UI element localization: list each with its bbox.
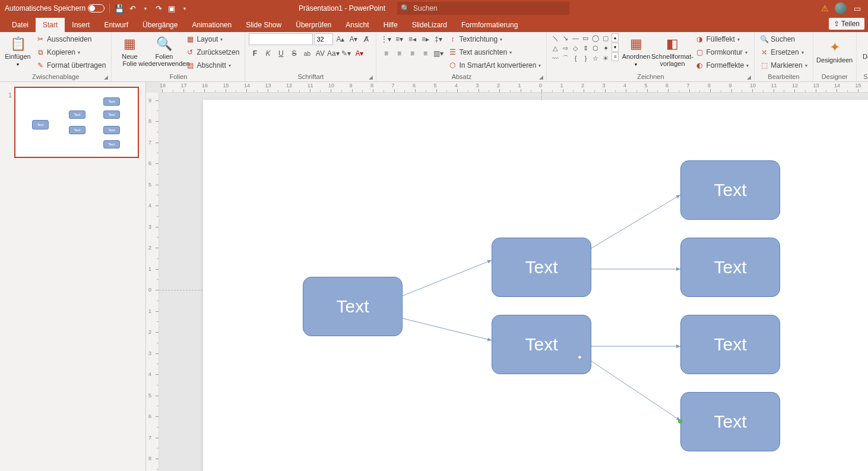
share-button[interactable]: ⇪Teilen bbox=[829, 18, 864, 30]
shape-arrow-icon[interactable]: ↘ bbox=[560, 33, 570, 43]
present-from-start-icon[interactable]: ▣ bbox=[167, 4, 176, 13]
shape-mid-2[interactable]: Text bbox=[492, 315, 591, 374]
text-direction-button[interactable]: ↕Textrichtung▾ bbox=[446, 33, 543, 45]
align-right-button[interactable]: ≡ bbox=[406, 48, 418, 59]
align-text-button[interactable]: ☰Text ausrichten▾ bbox=[446, 46, 543, 58]
tab-start[interactable]: Start bbox=[36, 18, 65, 32]
underline-button[interactable]: U bbox=[275, 48, 287, 59]
tab-ansicht[interactable]: Ansicht bbox=[338, 18, 376, 32]
font-size-combo[interactable] bbox=[314, 33, 333, 45]
font-color-button[interactable]: A▾ bbox=[353, 48, 365, 59]
slide-thumbnail-panel[interactable]: 1 Text Text Text Text Text Text Text bbox=[0, 82, 146, 471]
shape-callout-icon[interactable]: ✦ bbox=[601, 43, 610, 53]
tab-formformatierung[interactable]: Formformatierung bbox=[454, 18, 525, 32]
shape-hex-icon[interactable]: ⬡ bbox=[591, 43, 600, 53]
tab-datei[interactable]: Datei bbox=[5, 18, 36, 32]
align-left-button[interactable]: ≡ bbox=[380, 48, 392, 59]
autosave-toggle[interactable]: Automatisches Speichern bbox=[5, 4, 104, 12]
reset-button[interactable]: ↺Zurücksetzen bbox=[184, 46, 241, 58]
shape-triangle-icon[interactable]: △ bbox=[550, 43, 560, 53]
paragraph-dialog-launcher[interactable]: ◢ bbox=[539, 74, 545, 80]
shape-leaf-4[interactable]: Text bbox=[680, 392, 780, 451]
tab-insert[interactable]: Insert bbox=[65, 18, 97, 32]
shape-brace-l-icon[interactable]: { bbox=[571, 53, 580, 63]
smartart-convert-button[interactable]: ⬡In SmartArt konvertieren▾ bbox=[446, 59, 543, 71]
save-icon[interactable]: 💾 bbox=[115, 4, 124, 13]
slide-thumbnail-1[interactable]: Text Text Text Text Text Text Text bbox=[14, 87, 139, 158]
undo-dropdown-icon[interactable]: ▾ bbox=[141, 4, 150, 13]
shape-curve-icon[interactable]: 〰 bbox=[550, 53, 560, 63]
dictate-button[interactable]: 🎤 Diktieren ▾ bbox=[860, 33, 868, 70]
shape-rect-icon[interactable]: ▭ bbox=[581, 33, 590, 43]
arrange-button[interactable]: ▦ Anordnen ▾ bbox=[621, 33, 651, 70]
clear-format-button[interactable]: A̸ bbox=[360, 33, 372, 45]
qat-more-icon[interactable]: ▾ bbox=[180, 4, 189, 13]
bold-button[interactable]: F bbox=[249, 48, 261, 59]
search-input[interactable] bbox=[413, 4, 566, 12]
clipboard-dialog-launcher[interactable]: ◢ bbox=[104, 74, 110, 80]
align-center-button[interactable]: ≡ bbox=[393, 48, 405, 59]
tab-animationen[interactable]: Animationen bbox=[185, 18, 239, 32]
shape-leaf-1[interactable]: Text bbox=[680, 160, 780, 220]
shape-rightarrow-icon[interactable]: ⇨ bbox=[560, 43, 570, 53]
shape-oval-icon[interactable]: ◯ bbox=[591, 33, 600, 43]
font-family-combo[interactable] bbox=[249, 33, 313, 45]
tab-uebergaenge[interactable]: Übergänge bbox=[135, 18, 185, 32]
select-button[interactable]: ⬚Markieren▾ bbox=[758, 59, 809, 71]
search-box[interactable]: 🔍 bbox=[397, 2, 569, 15]
shape-leaf-2[interactable]: Text bbox=[680, 238, 780, 297]
reuse-slides-button[interactable]: 🔍 Folien wiederverwenden bbox=[146, 33, 182, 70]
shape-root[interactable]: Text bbox=[303, 277, 403, 336]
tab-slideshow[interactable]: Slide Show bbox=[239, 18, 289, 32]
connector-handle-end[interactable] bbox=[678, 419, 682, 423]
autosave-switch-icon[interactable] bbox=[88, 4, 104, 12]
shape-line2-icon[interactable]: — bbox=[571, 33, 580, 43]
char-spacing-button[interactable]: AV bbox=[314, 48, 326, 59]
shape-star-icon[interactable]: ☆ bbox=[591, 53, 600, 63]
shape-arc-icon[interactable]: ⌒ bbox=[560, 53, 570, 63]
undo-icon[interactable]: ↶ bbox=[128, 4, 137, 13]
columns-button[interactable]: ▥▾ bbox=[432, 48, 444, 59]
horizontal-ruler[interactable]: 1817161514131211109876543210123456789101… bbox=[161, 82, 868, 93]
cut-button[interactable]: ✂Ausschneiden bbox=[34, 33, 107, 45]
connector-handle-start[interactable] bbox=[578, 355, 582, 359]
drawing-dialog-launcher[interactable]: ◢ bbox=[747, 74, 753, 80]
find-button[interactable]: 🔍Suchen bbox=[758, 33, 809, 45]
shadow-button[interactable]: ab bbox=[301, 48, 313, 59]
highlight-button[interactable]: ✎▾ bbox=[340, 48, 352, 59]
copy-button[interactable]: ⧉Kopieren▾ bbox=[34, 46, 107, 58]
shape-effects-button[interactable]: ◐Formeffekte▾ bbox=[693, 59, 750, 71]
shape-brace-r-icon[interactable]: } bbox=[581, 53, 590, 63]
gallery-up-button[interactable]: ▴ bbox=[612, 33, 619, 42]
shrink-font-button[interactable]: A▾ bbox=[347, 33, 359, 45]
italic-button[interactable]: K bbox=[262, 48, 274, 59]
shape-updown-icon[interactable]: ⇕ bbox=[581, 43, 590, 53]
change-case-button[interactable]: Aa▾ bbox=[327, 48, 339, 59]
increase-indent-button[interactable]: ≡▸ bbox=[419, 33, 431, 45]
tab-ueberpruefen[interactable]: Überprüfen bbox=[289, 18, 338, 32]
shape-sun-icon[interactable]: ☀ bbox=[601, 53, 610, 63]
shape-roundrect-icon[interactable]: ▢ bbox=[601, 33, 610, 43]
decrease-indent-button[interactable]: ≡◂ bbox=[406, 33, 418, 45]
tab-entwurf[interactable]: Entwurf bbox=[97, 18, 135, 32]
format-painter-button[interactable]: ✎Format übertragen bbox=[34, 59, 107, 71]
shape-leaf-3[interactable]: Text bbox=[680, 315, 780, 374]
tab-slidelizard[interactable]: SlideLizard bbox=[405, 18, 454, 32]
tab-hilfe[interactable]: Hilfe bbox=[376, 18, 405, 32]
numbering-button[interactable]: ≡▾ bbox=[393, 33, 405, 45]
slide-canvas[interactable]: Text Text Text Text Text Text Text bbox=[203, 100, 868, 471]
quick-styles-button[interactable]: ◧ Schnellformat-vorlagen bbox=[653, 33, 691, 70]
layout-button[interactable]: ▦Layout▾ bbox=[184, 33, 241, 45]
grow-font-button[interactable]: A▴ bbox=[334, 33, 346, 45]
line-spacing-button[interactable]: ‡▾ bbox=[432, 33, 444, 45]
slide-editor[interactable]: 1817161514131211109876543210123456789101… bbox=[146, 82, 868, 471]
shape-gallery[interactable]: ＼ ↘ — ▭ ◯ ▢ △ ⇨ ◇ ⇕ ⬡ ✦ 〰 ⌒ { } ☆ bbox=[550, 33, 610, 63]
justify-button[interactable]: ≡ bbox=[419, 48, 431, 59]
redo-icon[interactable]: ↷ bbox=[154, 4, 163, 13]
paste-button[interactable]: 📋 Einfügen ▾ bbox=[4, 33, 32, 70]
user-avatar[interactable] bbox=[835, 2, 847, 14]
gallery-more-button[interactable]: ≡ bbox=[612, 52, 619, 61]
design-ideas-button[interactable]: ✦ Designideen bbox=[817, 33, 853, 70]
vertical-ruler[interactable]: 9876543210123456789 bbox=[146, 93, 159, 471]
font-dialog-launcher[interactable]: ◢ bbox=[369, 74, 375, 80]
